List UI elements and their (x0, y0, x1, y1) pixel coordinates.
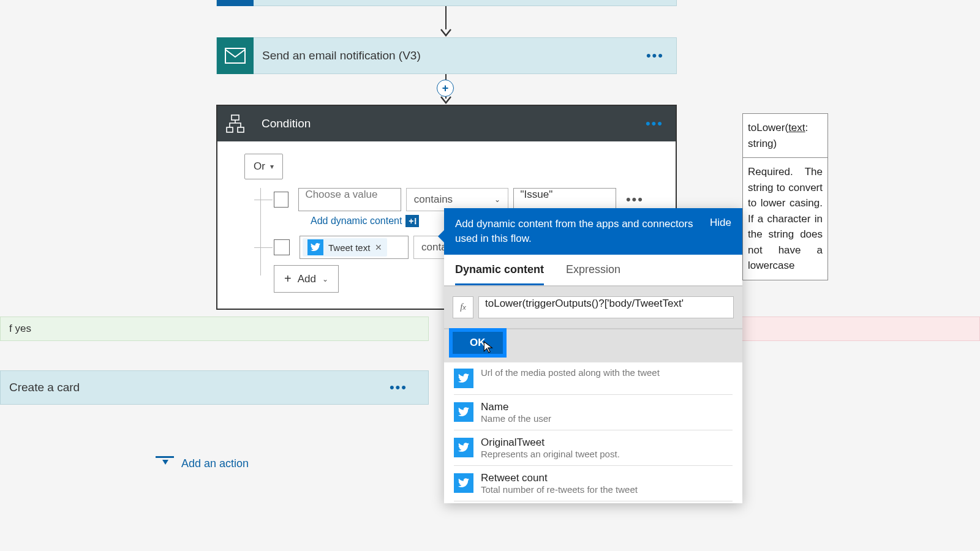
connector-line (445, 6, 447, 29)
tooltip-description: Required. The string to convert to lower… (743, 158, 827, 280)
dyn-desc: Url of the media posted along with the t… (481, 367, 733, 378)
dynamic-item-retweet-count[interactable]: Retweet count Total number of re-tweets … (444, 467, 742, 500)
cursor-icon (482, 340, 496, 354)
row-menu[interactable]: ••• (621, 192, 649, 208)
dyn-desc: Name of the user (481, 413, 733, 424)
tree-connector (254, 247, 273, 248)
twitter-icon (307, 239, 323, 255)
operator-label-2: conta (421, 241, 447, 253)
email-step-title: Send an email notification (V3) (254, 49, 634, 62)
add-action-link[interactable]: Add an action (156, 456, 249, 471)
email-step-menu[interactable]: ••• (634, 48, 676, 64)
trigger-icon (217, 0, 254, 6)
tab-expression[interactable]: Expression (566, 263, 620, 285)
dyn-title: Retweet count (481, 472, 733, 484)
tooltip-signature: toLower(text: string) (743, 114, 827, 158)
if-yes-branch[interactable]: f yes (0, 317, 429, 341)
dynamic-content-list[interactable]: Url of the media posted along with the t… (444, 362, 742, 503)
group-operator-dropdown[interactable]: Or ▾ (244, 154, 283, 179)
dynamic-item-tweet-text[interactable]: Tweet text (444, 503, 742, 503)
trigger-card-partial[interactable] (216, 0, 677, 6)
tab-dynamic-content[interactable]: Dynamic content (455, 263, 544, 285)
svg-rect-2 (227, 127, 233, 132)
dyn-title: Name (481, 401, 733, 413)
dyn-desc: Total number of re-tweets for the tweet (481, 484, 733, 495)
fx-icon: fx (453, 296, 473, 318)
chevron-down-icon: ⌄ (494, 195, 500, 204)
plus-icon: +⁞ (405, 215, 419, 227)
svg-rect-0 (225, 48, 245, 63)
svg-rect-1 (232, 115, 239, 120)
add-action-label: Add an action (181, 457, 249, 470)
plus-icon: + (284, 272, 292, 286)
expression-input[interactable]: toLower(triggerOutputs()?['body/TweetTex… (478, 296, 734, 318)
chevron-down-icon: ⌄ (322, 275, 328, 283)
twitter-icon (454, 473, 473, 493)
twitter-icon (454, 438, 473, 457)
tree-connector (254, 200, 273, 200)
lhs-value-input[interactable]: Choose a value (298, 188, 401, 211)
email-step-card[interactable]: Send an email notification (V3) ••• (216, 37, 677, 74)
svg-rect-3 (238, 127, 244, 132)
condition-menu[interactable]: ••• (633, 116, 676, 132)
lhs-value-input-2[interactable]: Tweet text ✕ (300, 236, 409, 259)
dynamic-item-media-url[interactable]: Url of the media posted along with the t… (444, 362, 742, 393)
branch-yes-label: f yes (9, 323, 31, 335)
flyout-tabs: Dynamic content Expression (444, 255, 742, 285)
tree-line (260, 188, 261, 276)
dynamic-item-original-tweet[interactable]: OriginalTweet Represents an original twe… (444, 432, 742, 464)
operator-label: contains (414, 193, 453, 206)
group-operator-label: Or (254, 160, 265, 173)
condition-title: Condition (253, 117, 633, 130)
hide-link[interactable]: Hide (710, 217, 731, 229)
expression-tooltip: toLower(text: string) Required. The stri… (742, 113, 828, 280)
tweet-text-chip[interactable]: Tweet text ✕ (303, 238, 387, 257)
add-condition-button[interactable]: + Add ⌄ (274, 265, 339, 293)
expression-row: fx toLower(triggerOutputs()?['body/Tweet… (444, 285, 742, 329)
condition-icon (217, 106, 253, 141)
rhs-value: "Issue" (520, 189, 552, 200)
create-card-menu[interactable]: ••• (377, 380, 420, 395)
dyn-title: OriginalTweet (481, 437, 733, 449)
flyout-pointer (438, 230, 444, 242)
flyout-header-text: Add dynamic content from the apps and co… (455, 217, 704, 246)
chip-remove[interactable]: ✕ (375, 242, 382, 252)
chip-label: Tweet text (328, 242, 370, 253)
lhs-placeholder: Choose a value (305, 189, 377, 200)
mail-icon (217, 37, 254, 74)
create-card-step[interactable]: Create a card ••• (0, 370, 429, 405)
dyn-desc: Represents an original tweet post. (481, 449, 733, 459)
add-dynamic-label: Add dynamic content (311, 216, 402, 227)
row-checkbox[interactable] (274, 192, 288, 208)
ok-button[interactable]: OK (450, 329, 505, 356)
add-action-icon (156, 456, 174, 471)
condition-header[interactable]: Condition ••• (217, 106, 676, 141)
twitter-icon (454, 402, 473, 422)
twitter-icon (454, 369, 473, 388)
chevron-down-icon: ▾ (270, 162, 274, 171)
add-label: Add (298, 273, 316, 285)
dynamic-content-flyout: Add dynamic content from the apps and co… (444, 208, 742, 503)
dynamic-item-name[interactable]: Name Name of the user (444, 396, 742, 429)
flyout-header: Add dynamic content from the apps and co… (444, 208, 742, 255)
create-card-title: Create a card (9, 381, 80, 394)
row-checkbox[interactable] (274, 239, 290, 255)
